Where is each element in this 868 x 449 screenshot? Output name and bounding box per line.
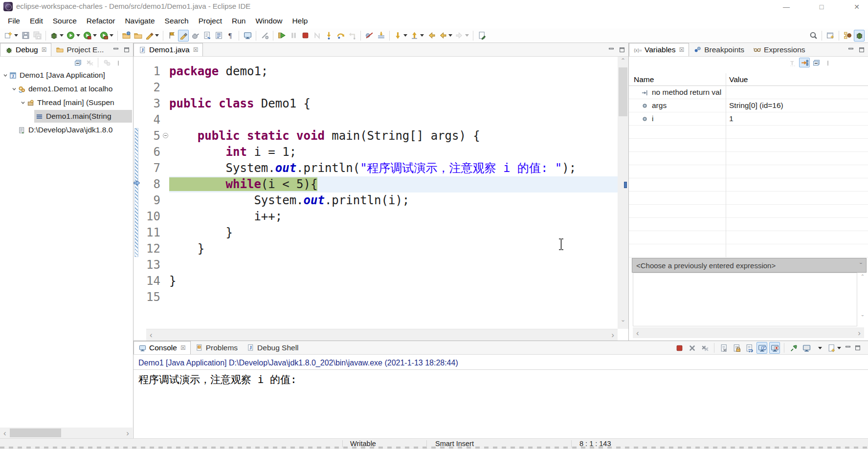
menu-file[interactable]: File — [3, 15, 25, 27]
maximize-view-button[interactable] — [122, 46, 131, 54]
show-on-stderr-button[interactable] — [769, 342, 780, 354]
java-perspective-button[interactable] — [842, 30, 853, 42]
code-line-4[interactable]: 4 — [134, 112, 618, 128]
code-text[interactable]: while(i < 5){ — [169, 176, 618, 192]
variable-row-args[interactable]: argsString[0] (id=16) — [629, 99, 868, 112]
tree-expander-icon[interactable] — [2, 72, 9, 78]
code-line-12[interactable]: 12 } — [134, 241, 618, 257]
code-text[interactable]: public class Demo1 { — [169, 96, 618, 112]
display-selected-console-button[interactable] — [801, 342, 812, 354]
open-console-view-button[interactable] — [242, 30, 253, 42]
debug-perspective-button[interactable] — [854, 30, 865, 42]
open-type-button[interactable] — [133, 30, 143, 42]
run-external-button[interactable] — [99, 30, 114, 42]
variable-row-empty[interactable] — [629, 152, 868, 165]
code-text[interactable]: i++; — [169, 209, 618, 225]
code-line-6[interactable]: 6 int i = 1; — [134, 144, 618, 160]
code-text[interactable]: System.out.println(i); — [169, 192, 618, 209]
expression-combo[interactable]: <Choose a previously entered expression>… — [632, 258, 867, 273]
editor-tab-demo1-java[interactable]: JDemo1.java☒ — [134, 43, 203, 56]
window-maximize-button[interactable]: □ — [810, 0, 833, 13]
variables-view-tab-variables[interactable]: (x)=Variables☒ — [629, 43, 689, 56]
window-close-button[interactable]: ✕ — [846, 0, 868, 13]
scrollbar-thumb[interactable] — [619, 67, 627, 116]
menu-help[interactable]: Help — [288, 15, 313, 27]
scroll-down-icon[interactable]: ˇ — [618, 320, 628, 328]
column-header-value[interactable]: Value — [729, 75, 748, 84]
show-type-names-button[interactable]: T — [787, 58, 798, 67]
view-menu-button[interactable] — [823, 58, 833, 67]
coverage-button[interactable] — [82, 30, 98, 42]
menu-search[interactable]: Search — [160, 15, 194, 27]
code-line-2[interactable]: 2 — [134, 80, 618, 96]
console-view-tab-debug-shell[interactable]: JDebug Shell — [242, 341, 303, 354]
pin-console-button[interactable] — [788, 342, 799, 354]
remove-launch-button[interactable] — [687, 342, 697, 354]
code-text[interactable]: int i = 1; — [169, 144, 618, 160]
debug-tree-item[interactable]: demo1.Demo1 at localho — [0, 82, 133, 96]
scroll-up-icon[interactable]: ˆ — [618, 57, 628, 66]
variables-view-tab-breakpoints[interactable]: Breakpoints — [689, 43, 749, 56]
variables-view-tab-expressions[interactable]: Expressions — [749, 43, 809, 56]
remove-all-terminated-button[interactable] — [699, 342, 710, 354]
code-text[interactable] — [169, 80, 618, 96]
debug-view-tab-project-e-[interactable]: Project E... — [51, 43, 108, 56]
variable-row-empty[interactable] — [629, 165, 868, 178]
code-text[interactable] — [169, 112, 618, 128]
variable-row-empty[interactable] — [629, 244, 868, 257]
remove-all-terminated-button[interactable] — [84, 58, 95, 67]
menu-project[interactable]: Project — [194, 15, 227, 27]
skip-breakpoints-button[interactable] — [364, 30, 375, 42]
menu-window[interactable]: Window — [250, 15, 287, 27]
code-text[interactable] — [169, 257, 618, 273]
run-last-button[interactable] — [393, 30, 408, 42]
search-button[interactable] — [808, 30, 819, 42]
save-button[interactable] — [20, 30, 31, 42]
dropdown-button[interactable] — [814, 342, 824, 354]
variable-row-empty[interactable] — [629, 139, 868, 152]
debug-view-hscrollbar[interactable]: ‹ › — [0, 428, 133, 438]
variable-row-empty[interactable] — [629, 231, 868, 244]
new-wizard-button[interactable] — [3, 30, 19, 42]
menu-navigate[interactable]: Navigate — [120, 15, 159, 27]
java-search-button[interactable] — [144, 30, 160, 42]
minimize-view-button[interactable] — [111, 46, 120, 54]
filter-threads-button[interactable] — [101, 58, 112, 67]
column-header-name[interactable]: Name — [629, 75, 654, 84]
code-text[interactable]: } — [169, 273, 618, 289]
scroll-right-icon[interactable]: › — [608, 331, 618, 339]
word-wrap-button[interactable] — [744, 342, 755, 354]
code-line-8[interactable]: 8 while(i < 5){ — [134, 176, 618, 192]
minimize-view-button[interactable] — [844, 344, 852, 352]
outline-button[interactable] — [213, 30, 224, 42]
editor-vscrollbar[interactable]: ˆ ˇ — [618, 57, 628, 329]
back-button[interactable] — [426, 30, 437, 42]
code-line-7[interactable]: 7 System.out.println("程序调试演示，注意观察 i 的值: … — [134, 160, 618, 176]
code-text[interactable]: System.out.println("程序调试演示，注意观察 i 的值: ")… — [169, 160, 618, 176]
terminate-button[interactable] — [674, 342, 685, 354]
disconnect-button[interactable] — [312, 30, 322, 42]
code-line-3[interactable]: 3public class Demo1 { — [134, 96, 618, 112]
debug-tree-item[interactable]: Demo1.main(String — [0, 109, 133, 123]
show-whitespace-button[interactable]: ¶ — [225, 30, 236, 42]
suspend-button[interactable] — [288, 30, 299, 42]
last-edit-location-button[interactable] — [476, 30, 487, 42]
code-line-11[interactable]: 11 } — [134, 225, 618, 241]
resume-button[interactable] — [276, 30, 287, 42]
collapse-all-button[interactable] — [72, 58, 83, 67]
step-over-button[interactable] — [335, 30, 346, 42]
column-divider[interactable] — [726, 73, 726, 257]
debug-tree-item[interactable]: D:\Develop\Java\jdk1.8.0 — [0, 123, 133, 137]
code-line-13[interactable]: 13 — [134, 257, 618, 273]
tree-expander-icon[interactable] — [20, 100, 26, 106]
terminate-button[interactable] — [300, 30, 311, 42]
forward-button[interactable] — [454, 30, 470, 42]
code-line-1[interactable]: 1package demo1; — [134, 64, 618, 80]
variables-hscrollbar[interactable]: ‹ › — [633, 327, 864, 338]
code-editor[interactable]: 1package demo1;23public class Demo1 {45 … — [134, 57, 628, 341]
maximize-view-button[interactable] — [618, 46, 626, 54]
debug-button[interactable] — [49, 30, 65, 42]
debug-view-tab-debug[interactable]: Debug☒ — [0, 43, 51, 56]
console-view-tab-problems[interactable]: !Problems — [191, 341, 242, 354]
code-lines[interactable]: 1package demo1;23public class Demo1 {45 … — [134, 64, 618, 305]
